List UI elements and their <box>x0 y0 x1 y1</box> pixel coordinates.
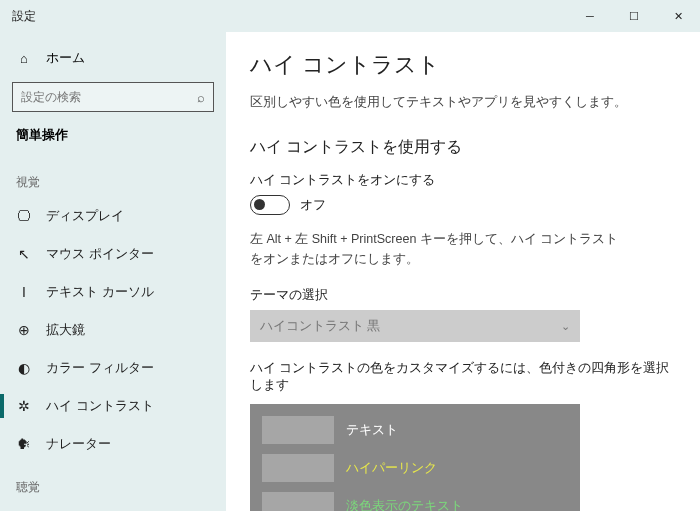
sidebar-item-text-cursor[interactable]: I テキスト カーソル <box>0 273 226 311</box>
high-contrast-toggle[interactable] <box>250 195 290 215</box>
use-heading: ハイ コントラストを使用する <box>250 137 676 158</box>
sidebar-item-label: テキスト カーソル <box>46 283 154 301</box>
theme-value: ハイコントラスト 黒 <box>260 318 380 335</box>
magnifier-icon: ⊕ <box>16 322 32 338</box>
theme-label: テーマの選択 <box>250 287 676 304</box>
page-title: ハイ コントラスト <box>250 50 676 80</box>
text-cursor-icon: I <box>16 284 32 300</box>
sidebar-item-display[interactable]: 🖵 ディスプレイ <box>0 197 226 235</box>
window-controls: ─ ☐ ✕ <box>568 0 700 32</box>
sidebar-item-label: マウス ポインター <box>46 245 154 263</box>
sidebar-item-label: ナレーター <box>46 435 111 453</box>
sidebar-item-magnifier[interactable]: ⊕ 拡大鏡 <box>0 311 226 349</box>
sidebar-item-high-contrast[interactable]: ✲ ハイ コントラスト <box>0 387 226 425</box>
search-icon: ⌕ <box>197 90 205 105</box>
color-filter-icon: ◐ <box>16 360 32 376</box>
sidebar-item-label: カラー フィルター <box>46 359 154 377</box>
theme-dropdown[interactable]: ハイコントラスト 黒 ⌄ <box>250 310 580 342</box>
toggle-label: ハイ コントラストをオンにする <box>250 172 676 189</box>
category-heading: 簡単操作 <box>0 122 226 158</box>
chevron-down-icon: ⌄ <box>561 320 570 333</box>
home-icon: ⌂ <box>16 51 32 66</box>
sidebar: ⌂ ホーム ⌕ 簡単操作 視覚 🖵 ディスプレイ ↖ マウス ポインター I テ… <box>0 32 226 511</box>
text-color-swatch[interactable] <box>262 416 334 444</box>
sidebar-item-label: ハイ コントラスト <box>46 397 154 415</box>
sidebar-item-audio[interactable]: 🔊 オーディオ <box>0 502 226 511</box>
sidebar-item-label: ディスプレイ <box>46 207 124 225</box>
sidebar-item-label: 拡大鏡 <box>46 321 85 339</box>
cursor-icon: ↖ <box>16 246 32 262</box>
disabled-color-swatch[interactable] <box>262 492 334 511</box>
app-title: 設定 <box>0 8 36 25</box>
home-nav[interactable]: ⌂ ホーム <box>0 40 226 76</box>
content-pane: ハイ コントラスト 区別しやすい色を使用してテキストやアプリを見やすくします。 … <box>226 32 700 511</box>
home-label: ホーム <box>46 49 85 67</box>
narrator-icon: 🗣 <box>16 436 32 452</box>
sidebar-item-color-filters[interactable]: ◐ カラー フィルター <box>0 349 226 387</box>
sidebar-item-narrator[interactable]: 🗣 ナレーター <box>0 425 226 463</box>
sidebar-item-mouse-pointer[interactable]: ↖ マウス ポインター <box>0 235 226 273</box>
preview-disabled-label: 淡色表示のテキスト <box>346 498 463 512</box>
minimize-button[interactable]: ─ <box>568 0 612 32</box>
shortcut-hint: 左 Alt + 左 Shift + PrintScreen キーを押して、ハイ … <box>250 229 630 269</box>
high-contrast-icon: ✲ <box>16 398 32 414</box>
maximize-button[interactable]: ☐ <box>612 0 656 32</box>
toggle-knob <box>254 199 265 210</box>
toggle-state: オフ <box>300 197 326 214</box>
customize-label: ハイ コントラストの色をカスタマイズするには、色付きの四角形を選択します <box>250 360 676 394</box>
hyperlink-color-swatch[interactable] <box>262 454 334 482</box>
close-button[interactable]: ✕ <box>656 0 700 32</box>
section-visual-label: 視覚 <box>0 158 226 197</box>
color-preview-panel: テキスト ハイパーリンク 淡色表示のテキスト 選択されたテキスト <box>250 404 580 511</box>
titlebar: 設定 ─ ☐ ✕ <box>0 0 700 32</box>
preview-text-label: テキスト <box>346 422 398 439</box>
search-box[interactable]: ⌕ <box>12 82 214 112</box>
preview-hyperlink-label: ハイパーリンク <box>346 460 437 477</box>
section-hearing-label: 聴覚 <box>0 463 226 502</box>
search-input[interactable] <box>21 90 197 104</box>
page-description: 区別しやすい色を使用してテキストやアプリを見やすくします。 <box>250 94 676 111</box>
display-icon: 🖵 <box>16 208 32 224</box>
